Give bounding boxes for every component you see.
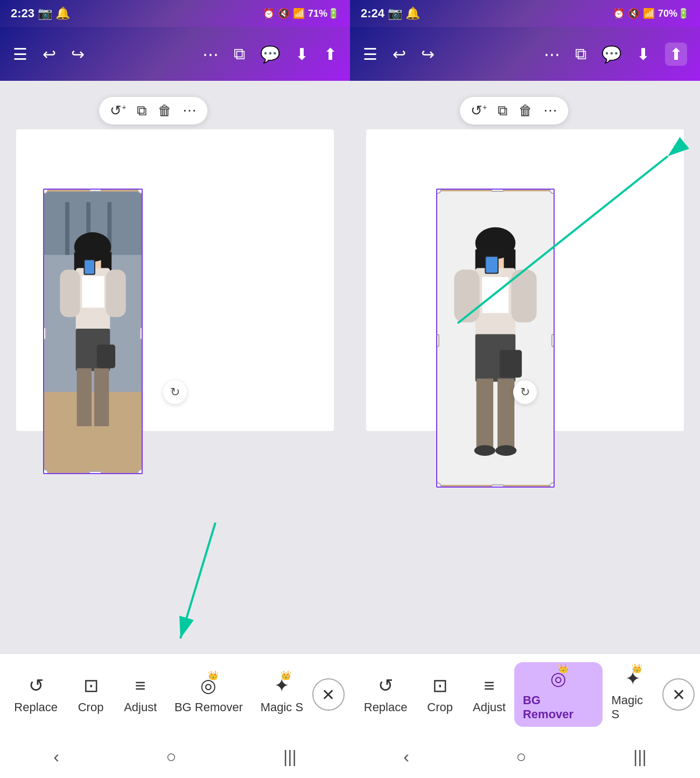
battery-left: 71%🔋 xyxy=(308,8,339,19)
magics-icon-wrapper-left: ✦ 👑 xyxy=(274,675,289,696)
toolbar-bgremover-left[interactable]: ◎ 👑 BG Remover xyxy=(166,669,251,720)
photo-container-left[interactable] xyxy=(43,189,143,474)
crown-magics-right: 👑 xyxy=(632,663,642,673)
mute-icon-right: 🔇 xyxy=(628,8,640,19)
handle-br-right[interactable] xyxy=(549,482,555,488)
svg-point-34 xyxy=(474,445,495,456)
rotate-container-right[interactable]: ↻ xyxy=(513,380,537,404)
toolbar-crop-right[interactable]: ⊡ Crop xyxy=(416,669,464,720)
rotate-btn-left[interactable]: ↻ xyxy=(163,380,187,404)
crop-icon-right: ⊡ xyxy=(432,675,447,696)
status-right-left: ⏰ 🔇 📶 71%🔋 xyxy=(263,8,339,19)
crop-label-right: Crop xyxy=(427,700,453,714)
duplicate-btn-right[interactable]: ⧉ xyxy=(498,102,508,119)
comment-icon-right[interactable]: 💬 xyxy=(601,45,621,64)
header-left-icons-right[interactable]: ☰ ↩ ↪ xyxy=(363,45,435,64)
svg-rect-2 xyxy=(65,202,69,255)
redo-icon-left[interactable]: ↪ xyxy=(71,45,85,64)
svg-rect-11 xyxy=(60,270,80,317)
crop-label-left: Crop xyxy=(78,700,104,714)
toolbar-magics-right[interactable]: ✦ 👑 Magic S xyxy=(603,662,662,727)
toolbar-adjust-left[interactable]: ≡ Adjust xyxy=(115,670,165,720)
person-image-right xyxy=(437,190,554,487)
delete-btn-left[interactable]: 🗑 xyxy=(158,102,172,119)
handle-bm-left[interactable] xyxy=(89,471,102,474)
copy-icon-right[interactable]: ⧉ xyxy=(575,45,586,64)
undo-icon-left[interactable]: ↩ xyxy=(43,45,56,64)
floating-toolbar-right[interactable]: ↺+ ⧉ 🗑 ⋯ xyxy=(460,97,568,124)
menu-icon-right[interactable]: ☰ xyxy=(363,45,377,64)
delete-btn-right[interactable]: 🗑 xyxy=(519,102,533,119)
header-right-icons-right[interactable]: ⋯ ⧉ 💬 ⬇ ⬆ xyxy=(544,43,687,66)
svg-rect-38 xyxy=(500,350,522,378)
toolbar-adjust-right[interactable]: ≡ Adjust xyxy=(464,670,514,720)
download-icon-left[interactable]: ⬇ xyxy=(295,45,309,64)
replace-icon-left: ↺ xyxy=(29,675,44,696)
handle-tm-right[interactable] xyxy=(491,189,504,192)
header-left-icons[interactable]: ☰ ↩ ↪ xyxy=(13,45,85,64)
toolbar-crop-left[interactable]: ⊡ Crop xyxy=(67,669,115,720)
crown-bgremover-right: 👑 xyxy=(558,663,569,673)
more-icon-left[interactable]: ⋯ xyxy=(202,45,219,64)
right-panel: 2:24 📷 🔔 ⏰ 🔇 📶 70%🔋 ☰ ↩ ↪ ⋯ ⧉ 💬 ⬇ ⬆ ↺+ xyxy=(350,0,700,778)
ai-comment-btn-left[interactable]: ↺+ xyxy=(110,102,126,119)
alarm-icon: ⏰ xyxy=(263,8,275,19)
nav-back-left[interactable]: ‹ xyxy=(53,747,59,767)
more-options-btn-right[interactable]: ⋯ xyxy=(543,102,557,119)
handle-br-left[interactable] xyxy=(137,469,143,474)
toolbar-magics-left[interactable]: ✦ 👑 Magic S xyxy=(252,669,312,720)
toolbar-replace-right[interactable]: ↺ Replace xyxy=(355,669,416,720)
more-icon-right[interactable]: ⋯ xyxy=(544,45,560,64)
app-header-right: ☰ ↩ ↪ ⋯ ⧉ 💬 ⬇ ⬆ xyxy=(350,27,700,81)
status-right-right: ⏰ 🔇 📶 70%🔋 xyxy=(613,8,689,19)
app-header-left: ☰ ↩ ↪ ⋯ ⧉ 💬 ⬇ ⬆ xyxy=(0,27,350,81)
handle-tm-left[interactable] xyxy=(89,189,102,192)
svg-point-35 xyxy=(495,445,516,456)
handle-bm-right[interactable] xyxy=(491,484,504,488)
share-icon-left[interactable]: ⬆ xyxy=(324,45,337,64)
nav-home-right[interactable]: ○ xyxy=(516,747,526,767)
rotate-container-left[interactable]: ↻ xyxy=(163,380,187,404)
svg-rect-30 xyxy=(482,277,508,313)
image-frame-right: ↻ xyxy=(366,129,684,431)
copy-icon-left[interactable]: ⧉ xyxy=(234,45,245,64)
ai-comment-btn-right[interactable]: ↺+ xyxy=(471,102,487,119)
redo-icon-right[interactable]: ↪ xyxy=(421,45,435,64)
close-btn-right[interactable]: ✕ xyxy=(662,678,695,711)
share-icon-right[interactable]: ⬆ xyxy=(665,43,687,66)
svg-rect-29 xyxy=(511,269,536,322)
handle-mr-left[interactable] xyxy=(139,327,143,340)
handle-mr-right[interactable] xyxy=(551,334,555,347)
battery-right: 70%🔋 xyxy=(658,8,689,19)
nav-recent-right[interactable]: ||| xyxy=(633,747,647,767)
menu-icon-left[interactable]: ☰ xyxy=(13,45,27,64)
comment-icon-left[interactable]: 💬 xyxy=(260,45,280,64)
duplicate-btn-left[interactable]: ⧉ xyxy=(137,102,147,119)
more-options-btn-left[interactable]: ⋯ xyxy=(183,102,197,119)
time-right: 2:24 xyxy=(361,6,384,20)
close-btn-left[interactable]: ✕ xyxy=(312,678,345,711)
bgremover-icon-wrapper-right: ◎ 👑 xyxy=(550,668,566,689)
nav-back-right[interactable]: ‹ xyxy=(403,747,409,767)
toolbar-bgremover-right[interactable]: ◎ 👑 BG Remover xyxy=(514,662,603,727)
photo-container-right[interactable] xyxy=(436,189,555,488)
svg-rect-13 xyxy=(82,276,104,308)
adjust-icon-right: ≡ xyxy=(484,675,495,696)
download-icon-right[interactable]: ⬇ xyxy=(636,45,650,64)
magics-icon-wrapper-right: ✦ 👑 xyxy=(625,668,640,689)
undo-icon-right[interactable]: ↩ xyxy=(393,45,406,64)
svg-rect-32 xyxy=(477,379,493,448)
nav-home-left[interactable]: ○ xyxy=(166,747,176,767)
canvas-left: ↺+ ⧉ 🗑 ⋯ xyxy=(0,81,350,654)
floating-toolbar-left[interactable]: ↺+ ⧉ 🗑 ⋯ xyxy=(99,97,207,124)
header-right-icons[interactable]: ⋯ ⧉ 💬 ⬇ ⬆ xyxy=(202,45,337,64)
handle-ml-left[interactable] xyxy=(43,327,46,340)
nav-recent-left[interactable]: ||| xyxy=(283,747,297,767)
left-panel: 2:23 📷 🔔 ⏰ 🔇 📶 71%🔋 ☰ ↩ ↪ ⋯ ⧉ 💬 ⬇ ⬆ ↺+ xyxy=(0,0,350,778)
wifi-icon-right: 📶 xyxy=(643,8,655,19)
handle-ml-right[interactable] xyxy=(436,334,439,347)
toolbar-replace-left[interactable]: ↺ Replace xyxy=(5,669,66,720)
rotate-btn-right[interactable]: ↻ xyxy=(513,380,537,404)
status-time-left: 2:23 📷 🔔 xyxy=(11,6,70,20)
status-bar-left: 2:23 📷 🔔 ⏰ 🔇 📶 71%🔋 xyxy=(0,0,350,27)
